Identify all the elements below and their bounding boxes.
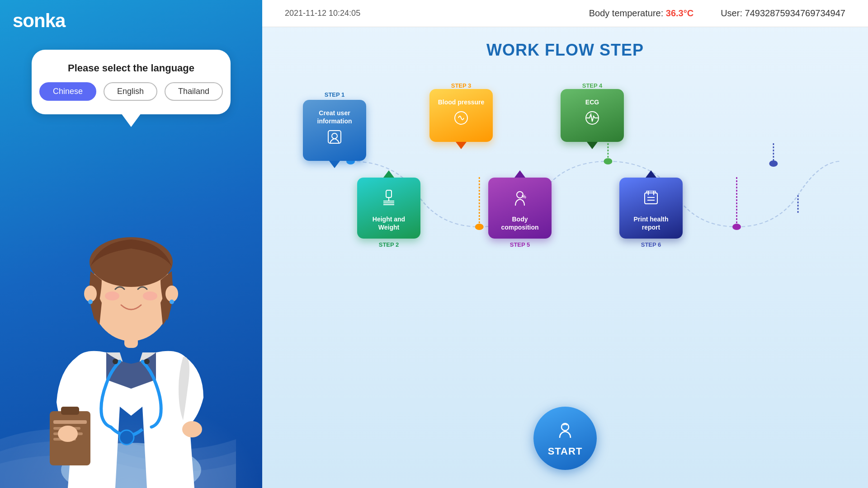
step6-inner: Print health report	[619, 178, 683, 239]
svg-point-17	[113, 359, 118, 364]
step6-name: Print health report	[627, 215, 675, 231]
svg-point-16	[119, 430, 134, 445]
svg-point-34	[332, 133, 337, 139]
language-bubble: Please select the language Chinese Engli…	[32, 50, 231, 114]
svg-point-18	[144, 359, 150, 364]
step3-inner: Blood pressure	[429, 89, 493, 142]
body-temperature-value: 36.3°C	[666, 8, 693, 18]
step5-icon: %	[510, 188, 530, 212]
step5-inner: % Body composition	[488, 178, 552, 239]
step-card-5[interactable]: % Body composition STEP 5	[488, 170, 552, 248]
step4-name: ECG	[585, 98, 599, 106]
step1-icon	[325, 127, 344, 151]
step1-label-top: STEP 1	[325, 91, 345, 98]
start-button[interactable]: START	[533, 407, 597, 470]
step1-inner: Creat user information	[303, 100, 366, 161]
start-label: START	[548, 446, 583, 457]
svg-rect-44	[645, 193, 657, 204]
step2-name: Height and Weight	[364, 215, 413, 231]
workflow-title: WORK FLOW STEP	[289, 41, 841, 60]
svg-point-7	[165, 286, 178, 302]
user-info: User: 74932875934769734947	[721, 8, 845, 19]
start-button-wrap: START	[533, 407, 597, 470]
language-prompt: Please select the language	[50, 62, 212, 74]
svg-point-19	[182, 421, 202, 437]
svg-point-23	[604, 158, 612, 164]
lang-btn-chinese[interactable]: Chinese	[39, 82, 96, 101]
svg-rect-37	[386, 190, 392, 197]
step3-name: Blood pressure	[438, 98, 485, 106]
step2-label-bottom: STEP 2	[379, 241, 399, 248]
step-card-4[interactable]: STEP 4 ECG	[561, 82, 624, 149]
step4-label-top: STEP 4	[582, 82, 603, 89]
right-panel: 2021-11-12 10:24:05 Body temperature: 36…	[262, 0, 868, 488]
svg-point-20	[58, 426, 78, 442]
step-card-2[interactable]: Height and Weight STEP 2	[357, 170, 420, 248]
svg-point-30	[769, 160, 778, 167]
svg-point-24	[732, 224, 741, 230]
user-label: User:	[721, 8, 742, 18]
step-card-1[interactable]: STEP 1 Creat user information	[303, 91, 366, 168]
svg-rect-33	[328, 131, 341, 143]
step4-icon	[582, 108, 602, 132]
lang-btn-english[interactable]: English	[104, 82, 157, 101]
svg-point-6	[84, 286, 97, 302]
steps-container: STEP 1 Creat user information S	[289, 73, 841, 263]
doctor-illustration	[36, 163, 226, 488]
step2-icon	[379, 188, 399, 212]
workflow-area: WORK FLOW STEP	[262, 27, 868, 277]
step5-name: Body composition	[495, 215, 544, 231]
user-id: 74932875934769734947	[745, 8, 845, 18]
left-panel: sonka Please select the language Chinese…	[0, 0, 262, 488]
svg-text:%: %	[522, 194, 526, 199]
step4-inner: ECG	[561, 89, 624, 142]
lang-btn-thailand[interactable]: Thailand	[165, 82, 223, 101]
step3-icon	[451, 108, 471, 132]
body-temperature-label: Body temperature:	[589, 8, 664, 18]
step6-icon	[641, 188, 661, 212]
step3-label-top: STEP 3	[451, 82, 472, 89]
svg-rect-12	[53, 420, 87, 424]
svg-point-5	[143, 291, 157, 300]
svg-point-9	[170, 300, 174, 304]
step1-name: Creat user information	[310, 109, 359, 125]
body-temperature: Body temperature: 36.3°C	[589, 8, 693, 19]
step5-label-bottom: STEP 5	[510, 241, 530, 248]
language-buttons: Chinese English Thailand	[50, 82, 212, 101]
logo: sonka	[13, 10, 65, 32]
svg-point-4	[105, 291, 119, 300]
datetime: 2021-11-12 10:24:05	[285, 9, 360, 18]
step-card-6[interactable]: Print health report STEP 6	[619, 170, 683, 248]
svg-rect-11	[61, 407, 79, 415]
svg-point-22	[475, 224, 484, 230]
step6-label-bottom: STEP 6	[641, 241, 661, 248]
step-card-3[interactable]: STEP 3 Blood pressure	[429, 82, 493, 149]
start-icon	[555, 420, 575, 444]
step2-inner: Height and Weight	[357, 178, 420, 239]
svg-point-8	[88, 300, 93, 304]
header: 2021-11-12 10:24:05 Body temperature: 36…	[262, 0, 868, 27]
